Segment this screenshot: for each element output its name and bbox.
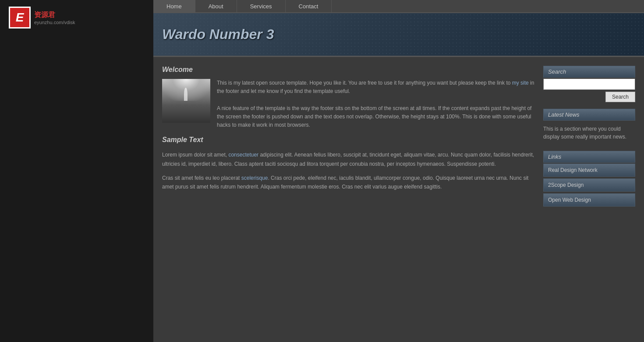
- search-button[interactable]: Search: [605, 92, 635, 102]
- my-site-link[interactable]: my site: [512, 80, 529, 86]
- sample-title: Sample Text: [162, 136, 537, 144]
- sample-paragraph-2: Cras sit amet felis eu leo placerat scel…: [162, 174, 537, 192]
- latest-news-text: This is a section where you could displa…: [543, 121, 635, 144]
- logo-sub-text: eyunzhu.com/vdisk: [34, 20, 75, 25]
- logo-text: 资源君 eyunzhu.com/vdisk: [34, 11, 75, 25]
- latest-news-title: Latest News: [543, 109, 635, 121]
- main-wrapper: Home About Services Contact Wardo Number…: [153, 0, 644, 342]
- link-item-2[interactable]: Open Web Design: [543, 193, 635, 207]
- banner-title: Wardo Number 3: [162, 26, 274, 43]
- search-input[interactable]: [544, 79, 635, 89]
- welcome-image: [162, 79, 210, 123]
- welcome-block: This is my latest open source template. …: [162, 79, 537, 129]
- welcome-paragraph-1: This is my latest open source template. …: [217, 79, 537, 96]
- latest-news-section: Latest News This is a section where you …: [543, 109, 635, 144]
- link-item-0[interactable]: Real Design Network: [543, 164, 635, 177]
- welcome-paragraph-2: A nice feature of the template is the wa…: [217, 104, 537, 130]
- logo-letter: E: [9, 7, 31, 28]
- scelerisque-link[interactable]: scelerisque: [241, 175, 268, 181]
- banner: Wardo Number 3: [153, 13, 644, 57]
- nav-item-services[interactable]: Services: [237, 0, 286, 12]
- welcome-text: This is my latest open source template. …: [217, 79, 537, 129]
- nav-item-home[interactable]: Home: [153, 0, 195, 12]
- logo-main-text: 资源君: [34, 11, 75, 20]
- consectetuer-link[interactable]: consectetuer: [228, 152, 258, 158]
- link-item-1[interactable]: 2Scope Design: [543, 178, 635, 192]
- main-content: Welcome This is my latest open source te…: [162, 66, 537, 211]
- search-input-wrapper: [543, 78, 635, 90]
- nav-item-about[interactable]: About: [195, 0, 237, 12]
- sidebar: Search Search Latest News This is a sect…: [543, 66, 635, 211]
- content-area: Welcome This is my latest open source te…: [153, 57, 644, 220]
- nav-item-contact[interactable]: Contact: [286, 0, 332, 12]
- links-section: Links Real Design Network 2Scope Design …: [543, 151, 635, 207]
- logo-area: E 资源君 eyunzhu.com/vdisk: [0, 0, 153, 35]
- sample-paragraph-1: Lorem ipsum dolor sit amet, consectetuer…: [162, 150, 537, 168]
- nav: Home About Services Contact: [153, 0, 644, 13]
- links-title: Links: [543, 151, 635, 163]
- search-section: Search Search: [543, 66, 635, 102]
- sample-text-block: Lorem ipsum dolor sit amet, consectetuer…: [162, 150, 537, 192]
- search-title: Search: [543, 66, 635, 78]
- welcome-title: Welcome: [162, 66, 537, 74]
